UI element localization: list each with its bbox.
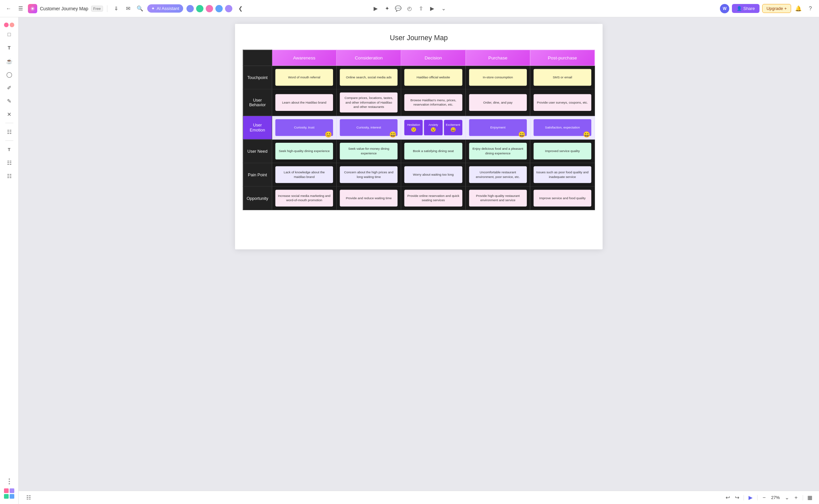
sticky-opp-1[interactable]: Provide and reduce waiting time [340,190,398,207]
cell-pain-2[interactable]: Worry about waiting too long [401,163,466,187]
cell-behavior-1[interactable]: Compare prices, locations, tastes, and o… [336,89,401,116]
color-red[interactable] [4,23,9,27]
sticky-excitement[interactable]: Excitement 😄 [444,120,462,135]
redo-button[interactable]: ↪ [733,494,741,502]
cell-pain-3[interactable]: Uncomfortable restaurant environment, po… [466,163,530,187]
sticky-behavior-1[interactable]: Compare prices, locations, tastes, and o… [340,93,398,113]
cell-behavior-0[interactable]: Learn about the Haidilao brand [272,89,336,116]
cell-pain-4[interactable]: Issues such as poor food quality and ina… [530,163,594,187]
cell-need-1[interactable]: Seek value-for-money dining experience [336,139,401,163]
sticky-touchpoint-2[interactable]: Haidilao official website [405,69,462,86]
sticky-pain-2[interactable]: Worry about waiting too long [405,166,462,183]
expand-icon[interactable]: ❮ [236,4,245,13]
color-grid-2[interactable] [10,488,14,493]
color-pink[interactable] [10,23,14,27]
cell-behavior-4[interactable]: Provide user surveys, coupons, etc. [530,89,594,116]
pencil-tool[interactable]: ✎ [3,95,15,107]
upgrade-button[interactable]: Upgrade + [762,4,791,13]
cell-touchpoint-2[interactable]: Haidilao official website [401,66,466,89]
download-icon[interactable]: ⇓ [111,4,121,13]
text-tool[interactable]: T [3,42,15,54]
zoom-dropdown-button[interactable]: ⌄ [783,494,791,502]
sticky-emotion-1[interactable]: Curiosity, interest 😄 [340,119,398,136]
sticky-behavior-3[interactable]: Order, dine, and pay [469,94,527,111]
dropdown-icon[interactable]: ⌄ [439,4,448,13]
cell-need-4[interactable]: Improved service quality [530,139,594,163]
cell-need-3[interactable]: Enjoy delicious food and a pleasant dini… [466,139,530,163]
zoom-out-button[interactable]: − [760,494,768,502]
undo-button[interactable]: ↩ [724,494,732,502]
frame-tool[interactable]: □ [3,29,15,41]
cell-touchpoint-0[interactable]: Word of mouth referral [272,66,336,89]
sticky-pain-0[interactable]: Lack of knowledge about the Haidilao bra… [275,166,333,183]
help-icon[interactable]: ? [806,4,815,13]
user-avatar[interactable]: W [720,4,729,13]
cursor-select-button[interactable]: ▶ [747,494,755,502]
sticky-need-3[interactable]: Enjoy delicious food and a pleasant dini… [469,143,527,159]
note-tool[interactable]: ☕ [3,55,15,67]
play-icon[interactable]: ▶ [371,4,380,13]
notification-icon[interactable]: 🔔 [794,4,803,13]
list-tool[interactable]: ☷ [3,157,15,169]
cell-behavior-2[interactable]: Browse Haidilao's menu, prices, reservat… [401,89,466,116]
ai-assistant-button[interactable]: ✦ AI Assistant [147,4,183,13]
cell-behavior-3[interactable]: Order, dine, and pay [466,89,530,116]
layers-icon[interactable]: ☷ [24,493,33,502]
cell-emotion-0[interactable]: Curiosity, trust 😊 [272,116,336,139]
timer-icon[interactable]: ◴ [405,4,414,13]
sticky-touchpoint-1[interactable]: Online search, social media ads [340,69,398,86]
sticky-opp-0[interactable]: Increase social media marketing and word… [275,190,333,207]
sticky-touchpoint-4[interactable]: SMS or email [533,69,591,86]
color-grid-3[interactable] [4,494,9,499]
sticky-need-2[interactable]: Book a satisfying dining seat [405,143,462,159]
color-grid-1[interactable] [4,488,9,493]
search-icon[interactable]: 🔍 [135,4,144,13]
pen-tool[interactable]: ✐ [3,82,15,94]
sticky-opp-3[interactable]: Provide high-quality restaurant environm… [469,190,527,207]
more-tools[interactable] [3,476,16,487]
cell-emotion-3[interactable]: Enjoyment 😄 [466,116,530,139]
cell-opp-3[interactable]: Provide high-quality restaurant environm… [466,186,530,210]
sticky-behavior-2[interactable]: Browse Haidilao's menu, prices, reservat… [405,94,462,111]
sticky-emotion-3[interactable]: Enjoyment 😄 [469,119,527,136]
cell-opp-4[interactable]: Improve service and food quality [530,186,594,210]
sticky-hesitation[interactable]: Hesitation 😕 [405,120,423,135]
cursor-icon[interactable]: ▶ [427,4,437,13]
cell-pain-1[interactable]: Concern about the high prices and long w… [336,163,401,187]
menu-button[interactable]: ☰ [16,4,25,13]
cell-touchpoint-1[interactable]: Online search, social media ads [336,66,401,89]
sticky-pain-4[interactable]: Issues such as poor food quality and ina… [533,166,591,183]
cell-need-0[interactable]: Seek high-quality dining experience [272,139,336,163]
sticky-emotion-4[interactable]: Satisfaction, expectation 😄 [533,119,591,136]
text-format-tool[interactable]: T [3,143,15,155]
cell-touchpoint-3[interactable]: In-store consumption [466,66,530,89]
chart-tool[interactable]: ☷ [3,170,15,182]
sticky-touchpoint-0[interactable]: Word of mouth referral [275,69,333,86]
connector-tool[interactable]: ✕ [3,108,15,120]
cell-touchpoint-4[interactable]: SMS or email [530,66,594,89]
sticky-opp-2[interactable]: Provide online reservation and quick sea… [405,190,462,207]
sticky-pain-3[interactable]: Uncomfortable restaurant environment, po… [469,166,527,183]
zoom-in-button[interactable]: + [792,494,800,502]
share-button[interactable]: 👤 Share [732,4,760,13]
cell-emotion-2[interactable]: Hesitation 😕 Anxiety 😟 Excitement 😄 [401,116,466,139]
sticky-opp-4[interactable]: Improve service and food quality [533,190,591,207]
sticky-anxiety[interactable]: Anxiety 😟 [424,120,442,135]
sticky-need-0[interactable]: Seek high-quality dining experience [275,143,333,159]
sticky-pain-1[interactable]: Concern about the high prices and long w… [340,166,398,183]
cell-opp-0[interactable]: Increase social media marketing and word… [272,186,336,210]
cell-pain-0[interactable]: Lack of knowledge about the Haidilao bra… [272,163,336,187]
comment-icon[interactable]: 💬 [394,4,403,13]
sticky-need-1[interactable]: Seek value-for-money dining experience [340,143,398,159]
back-button[interactable]: ← [4,4,13,13]
cell-opp-1[interactable]: Provide and reduce waiting time [336,186,401,210]
sticky-touchpoint-3[interactable]: In-store consumption [469,69,527,86]
cell-need-2[interactable]: Book a satisfying dining seat [401,139,466,163]
sticky-behavior-4[interactable]: Provide user surveys, coupons, etc. [533,94,591,111]
sticky-emotion-0[interactable]: Curiosity, trust 😊 [275,119,333,136]
star-icon[interactable]: ✦ [382,4,392,13]
sticky-behavior-0[interactable]: Learn about the Haidilao brand [275,94,333,111]
sticky-need-4[interactable]: Improved service quality [533,143,591,159]
color-grid-4[interactable] [10,494,14,499]
cell-emotion-1[interactable]: Curiosity, interest 😄 [336,116,401,139]
